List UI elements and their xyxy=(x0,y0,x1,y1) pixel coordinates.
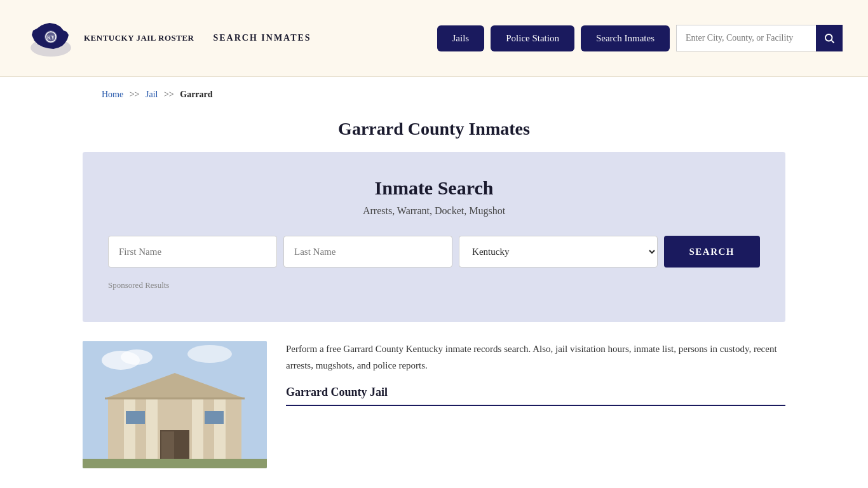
svg-rect-20 xyxy=(205,411,224,424)
svg-point-4 xyxy=(825,34,832,41)
svg-line-5 xyxy=(831,40,834,43)
search-icon xyxy=(824,32,835,44)
page-title-section: Garrard County Inmates xyxy=(0,112,868,152)
svg-text:KY: KY xyxy=(47,35,55,41)
header-search-button[interactable] xyxy=(816,25,843,51)
content-text-area: Perform a free Garrard County Kentucky i… xyxy=(286,341,785,406)
svg-rect-14 xyxy=(192,398,203,468)
content-sub-heading: Garrard County Jail xyxy=(286,383,785,406)
svg-rect-12 xyxy=(124,398,135,468)
first-name-input[interactable] xyxy=(108,236,277,268)
logo-link[interactable]: KY KENTUCKY JAIL ROSTER xyxy=(25,13,194,64)
search-inmates-button[interactable]: Search Inmates xyxy=(581,25,670,51)
header: KY KENTUCKY JAIL ROSTER SEARCH INMATES J… xyxy=(0,0,868,77)
inmate-search-section: Inmate Search Arrests, Warrant, Docket, … xyxy=(83,152,785,322)
sponsored-label: Sponsored Results xyxy=(108,280,760,290)
inmate-search-title: Inmate Search xyxy=(108,177,760,199)
logo-icon: KY xyxy=(25,13,76,64)
last-name-input[interactable] xyxy=(283,236,452,268)
breadcrumb-current: Garrard xyxy=(180,90,212,99)
inmate-search-form: AlabamaAlaskaArizonaArkansasCaliforniaCo… xyxy=(108,236,760,268)
breadcrumb-home[interactable]: Home xyxy=(102,90,123,99)
header-search-input[interactable] xyxy=(676,25,816,51)
logo-text: KENTUCKY JAIL ROSTER xyxy=(84,32,194,44)
search-submit-button[interactable]: SEARCH xyxy=(664,236,761,268)
header-search-wrapper xyxy=(676,25,843,51)
svg-point-9 xyxy=(187,345,232,363)
jail-image xyxy=(83,341,267,468)
content-description: Perform a free Garrard County Kentucky i… xyxy=(286,341,785,374)
building-illustration xyxy=(83,341,267,468)
breadcrumb-bar: Home >> Jail >> Garrard xyxy=(0,77,868,112)
content-section: Perform a free Garrard County Kentucky i… xyxy=(83,341,785,468)
breadcrumb: Home >> Jail >> Garrard xyxy=(102,90,766,100)
breadcrumb-jail[interactable]: Jail xyxy=(146,90,158,99)
breadcrumb-sep2: >> xyxy=(164,90,174,99)
svg-point-8 xyxy=(121,349,153,365)
police-station-button[interactable]: Police Station xyxy=(491,25,574,51)
breadcrumb-sep1: >> xyxy=(130,90,140,99)
svg-rect-15 xyxy=(214,398,226,468)
svg-rect-19 xyxy=(126,411,145,424)
svg-rect-22 xyxy=(83,459,267,468)
svg-rect-13 xyxy=(146,398,158,468)
jails-button[interactable]: Jails xyxy=(437,25,485,51)
site-title: SEARCH INMATES xyxy=(214,33,311,43)
inmate-search-subtitle: Arrests, Warrant, Docket, Mugshot xyxy=(108,205,760,217)
main-nav: Jails Police Station Search Inmates xyxy=(437,25,843,51)
page-title: Garrard County Inmates xyxy=(0,119,868,139)
state-select[interactable]: AlabamaAlaskaArizonaArkansasCaliforniaCo… xyxy=(459,236,657,268)
